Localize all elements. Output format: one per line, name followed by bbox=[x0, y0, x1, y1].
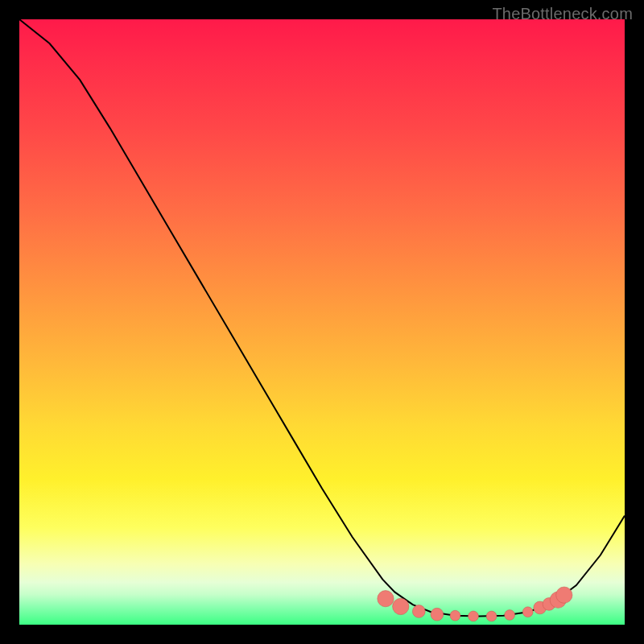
marker-dot bbox=[486, 611, 497, 621]
marker-dot bbox=[469, 611, 479, 621]
marker-dot bbox=[378, 591, 394, 607]
marker-dot bbox=[431, 608, 444, 621]
marker-dot bbox=[505, 610, 515, 621]
marker-dot bbox=[412, 605, 425, 618]
marker-dot bbox=[393, 598, 409, 614]
marker-dot bbox=[450, 610, 460, 621]
chart-frame bbox=[19, 19, 625, 625]
marker-dot bbox=[522, 607, 533, 617]
marker-group bbox=[378, 587, 572, 621]
chart-overlay bbox=[19, 19, 625, 625]
curve-line bbox=[19, 19, 625, 616]
marker-dot bbox=[556, 587, 572, 603]
chart-stage: TheBottleneck.com bbox=[0, 0, 644, 644]
